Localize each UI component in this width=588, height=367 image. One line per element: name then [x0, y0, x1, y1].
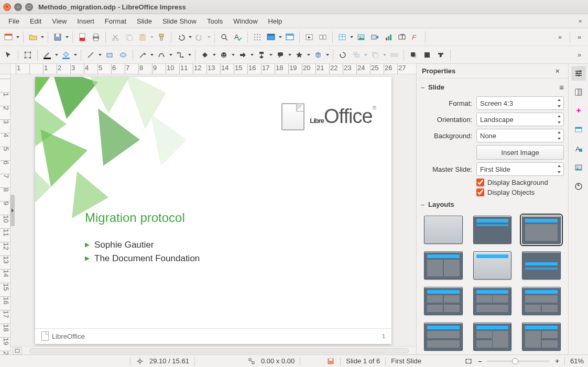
open-button[interactable]	[27, 30, 39, 44]
menu-insert[interactable]: Insert	[72, 15, 100, 27]
symbol-shapes-button[interactable]	[217, 48, 230, 62]
fill-color-button[interactable]	[60, 48, 72, 62]
redo-dropdown[interactable]	[207, 36, 211, 38]
zoom-out-button[interactable]: –	[478, 357, 482, 365]
master-select[interactable]: First Slide	[476, 162, 564, 176]
format-select[interactable]: Screen 4:3	[476, 96, 564, 110]
save-dropdown[interactable]	[65, 36, 69, 38]
find-replace-button[interactable]	[218, 30, 231, 44]
layout-left2right1[interactable]	[473, 322, 512, 351]
insert-av-button[interactable]	[368, 30, 381, 44]
curve-dropdown[interactable]	[169, 54, 173, 56]
distribute-button[interactable]	[388, 48, 400, 62]
fit-page-icon[interactable]	[464, 357, 473, 365]
line-color-dropdown[interactable]	[55, 54, 59, 56]
undo-dropdown[interactable]	[188, 36, 192, 38]
insert-image-button[interactable]	[355, 30, 367, 44]
slide-count[interactable]: Slide 1 of 6	[346, 357, 380, 365]
slide-panel-toggle[interactable]	[10, 195, 15, 226]
menu-format[interactable]: Format	[100, 15, 132, 27]
undo-button[interactable]	[175, 30, 187, 44]
block-arrows-button[interactable]	[236, 48, 249, 62]
horizontal-scrollbar[interactable]	[10, 346, 416, 354]
tab-master-slides[interactable]	[571, 123, 586, 137]
new-presentation-button[interactable]	[2, 30, 15, 44]
arrange-button[interactable]	[369, 48, 382, 62]
tab-navigator[interactable]	[571, 179, 586, 194]
stars-button[interactable]	[293, 48, 306, 62]
document-close-button[interactable]: ×	[575, 17, 585, 25]
table-dropdown[interactable]	[350, 36, 354, 38]
drawing-overflow[interactable]: »	[573, 48, 586, 62]
slide-title[interactable]: Migration protocol	[85, 210, 185, 225]
snap-grid-button[interactable]	[251, 30, 264, 44]
copy-button[interactable]	[123, 30, 135, 44]
new-dropdown[interactable]	[16, 36, 20, 38]
layout-2over1[interactable]	[473, 287, 512, 315]
line-tool[interactable]	[84, 48, 97, 62]
display-background-checkbox[interactable]: Display Background	[476, 179, 564, 186]
open-dropdown[interactable]	[40, 36, 45, 38]
flowchart-button[interactable]	[255, 48, 268, 62]
menu-view[interactable]: View	[47, 15, 72, 27]
arrow-dropdown[interactable]	[150, 54, 154, 56]
zoom-percent[interactable]: 61%	[570, 357, 584, 365]
toolbar-overflow-2[interactable]: »	[573, 30, 586, 44]
print-button[interactable]	[90, 30, 102, 44]
menu-slide[interactable]: Slide	[132, 15, 157, 27]
zoom-pan-button[interactable]	[21, 48, 34, 62]
zoom-slider[interactable]	[487, 360, 550, 362]
section-menu-icon[interactable]: ≡	[559, 83, 564, 92]
menu-tools[interactable]: Tools	[202, 15, 228, 27]
layout-title-content[interactable]	[522, 216, 561, 244]
layout-two-content[interactable]	[424, 251, 463, 280]
insert-chart-button[interactable]	[382, 30, 395, 44]
zoom-in-button[interactable]: +	[555, 357, 559, 365]
crop-button[interactable]	[421, 48, 433, 62]
sidebar-close-icon[interactable]: ×	[556, 67, 563, 75]
layout-2stack[interactable]	[424, 322, 463, 351]
arrange-dropdown[interactable]	[383, 54, 387, 56]
basic-shapes-dropdown[interactable]	[212, 54, 216, 56]
select-tool[interactable]	[2, 48, 15, 62]
master-name[interactable]: First Slide	[391, 357, 421, 365]
orientation-select[interactable]: Landscape	[476, 113, 564, 126]
section-slide[interactable]: – Slide ≡	[421, 81, 564, 94]
menu-slideshow[interactable]: Slide Show	[157, 15, 202, 27]
layout-title-only[interactable]	[473, 216, 512, 244]
start-current-button[interactable]	[317, 30, 329, 44]
spellcheck-button[interactable]: A	[232, 30, 244, 44]
insert-fontwork-button[interactable]: F	[409, 30, 422, 44]
tab-styles[interactable]: A	[571, 141, 586, 156]
layout-centered-text[interactable]	[522, 251, 561, 280]
shadow-button[interactable]	[407, 48, 420, 62]
menu-window[interactable]: Window	[228, 15, 263, 27]
layout-blank[interactable]	[424, 216, 463, 244]
slide-canvas[interactable]: LibreOffice® Migration protocol Sophie G…	[10, 74, 416, 346]
fill-color-dropdown[interactable]	[73, 54, 78, 56]
3d-button[interactable]	[312, 48, 324, 62]
clone-formatting-button[interactable]	[155, 30, 168, 44]
line-dropdown[interactable]	[98, 54, 102, 56]
arrow-tool[interactable]	[136, 48, 149, 62]
layout-2x2[interactable]	[424, 287, 463, 315]
close-window-button[interactable]: ×	[3, 3, 11, 11]
menu-edit[interactable]: Edit	[25, 15, 47, 27]
rotate-button[interactable]	[336, 48, 349, 62]
display-objects-checkbox[interactable]: Display Objects	[476, 188, 564, 196]
insert-textbox-button[interactable]: T	[396, 30, 408, 44]
display-views-button[interactable]	[265, 30, 277, 44]
cut-button[interactable]	[109, 30, 122, 44]
align-button[interactable]	[350, 48, 363, 62]
symbol-dropdown[interactable]	[231, 54, 235, 56]
connector-tool[interactable]	[174, 48, 187, 62]
toolbar-overflow[interactable]: »	[554, 30, 567, 44]
flowchart-dropdown[interactable]	[269, 54, 273, 56]
insert-image-button[interactable]: Insert Image	[476, 145, 564, 160]
insert-table-button[interactable]	[336, 30, 349, 44]
filter-button[interactable]	[434, 48, 447, 62]
align-dropdown[interactable]	[364, 54, 368, 56]
slide-bullets[interactable]: Sophie Gautier The Document Foundation	[85, 237, 200, 267]
ellipse-tool[interactable]	[117, 48, 129, 62]
tab-properties[interactable]	[571, 66, 586, 81]
